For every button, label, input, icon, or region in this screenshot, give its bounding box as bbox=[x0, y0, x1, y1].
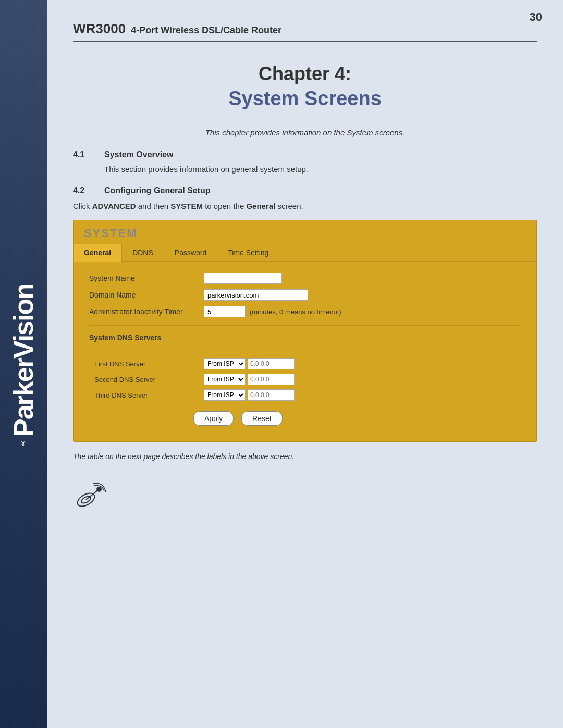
page-header: WR3000 4-Port Wireless DSL/Cable Router bbox=[73, 21, 537, 42]
page-number: 30 bbox=[530, 10, 542, 24]
first-dns-select[interactable]: From ISP User-Defined None bbox=[204, 358, 246, 369]
instruction-text: Click ADVANCED and then SYSTEM to open t… bbox=[73, 201, 537, 213]
section-4-2-number: 4.2 bbox=[73, 186, 94, 195]
tab-ddns[interactable]: DDNS bbox=[122, 244, 164, 261]
first-dns-label: First DNS Server bbox=[89, 360, 204, 368]
section-4-1-body: This section provides information on gen… bbox=[104, 164, 537, 176]
inactivity-timer-row: Administrator Inactivity Timer (minutes,… bbox=[89, 306, 521, 317]
second-dns-select[interactable]: From ISP User-Defined None bbox=[204, 374, 246, 385]
system-name-input[interactable] bbox=[204, 273, 282, 284]
form-area: System Name Domain Name Administrator In… bbox=[74, 262, 536, 441]
main-content: 30 WR3000 4-Port Wireless DSL/Cable Rout… bbox=[47, 0, 563, 728]
tab-time-setting[interactable]: Time Setting bbox=[217, 244, 279, 261]
domain-name-label: Domain Name bbox=[89, 291, 204, 299]
third-dns-input[interactable] bbox=[248, 389, 295, 401]
first-dns-row: First DNS Server From ISP User-Defined N… bbox=[89, 358, 521, 369]
domain-name-row: Domain Name bbox=[89, 289, 521, 301]
second-dns-label: Second DNS Server bbox=[89, 376, 204, 384]
third-dns-row: Third DNS Server From ISP User-Defined N… bbox=[89, 389, 521, 401]
brand-name: ®ParkerVision bbox=[8, 284, 39, 444]
svg-point-11 bbox=[96, 487, 102, 492]
section-4-1-title: System Overview bbox=[104, 150, 174, 159]
section-4-2-heading: 4.2 Configuring General Setup bbox=[73, 186, 537, 195]
section-4-2-title: Configuring General Setup bbox=[104, 186, 211, 195]
sidebar: ®ParkerVision bbox=[0, 0, 47, 728]
second-dns-row: Second DNS Server From ISP User-Defined … bbox=[89, 374, 521, 385]
second-dns-input[interactable] bbox=[248, 374, 295, 385]
form-buttons: Apply Reset bbox=[89, 411, 521, 426]
system-panel-title: SYSTEM bbox=[74, 220, 536, 244]
registered-icon: ® bbox=[22, 439, 26, 447]
chapter-heading: Chapter 4: System Screens bbox=[73, 63, 537, 110]
tabs-row: General DDNS Password Time Setting bbox=[74, 244, 536, 262]
model-description: 4-Port Wireless DSL/Cable Router bbox=[131, 25, 282, 36]
inactivity-timer-note: (minutes, 0 means no timeout) bbox=[250, 308, 341, 316]
form-divider-1 bbox=[89, 325, 521, 326]
third-dns-label: Third DNS Server bbox=[89, 391, 204, 399]
form-divider-2 bbox=[89, 350, 521, 350]
model-name: WR3000 bbox=[73, 21, 126, 37]
intro-text: This chapter provides information on the… bbox=[73, 128, 537, 137]
system-name-label: System Name bbox=[89, 274, 204, 282]
chapter-label: Chapter 4: bbox=[73, 63, 537, 85]
dns-section-label: System DNS Servers bbox=[89, 334, 521, 342]
section-4-1-number: 4.1 bbox=[73, 150, 94, 159]
inactivity-timer-label: Administrator Inactivity Timer bbox=[89, 307, 204, 316]
system-name-row: System Name bbox=[89, 273, 521, 284]
tab-general[interactable]: General bbox=[74, 244, 122, 262]
bottom-logo bbox=[73, 482, 537, 508]
inactivity-timer-input[interactable] bbox=[204, 306, 246, 317]
footer-text: The table on the next page describes the… bbox=[73, 452, 537, 461]
apply-button[interactable]: Apply bbox=[193, 411, 234, 426]
tab-password[interactable]: Password bbox=[164, 244, 217, 261]
section-4-1-heading: 4.1 System Overview bbox=[73, 150, 537, 159]
third-dns-select[interactable]: From ISP User-Defined None bbox=[204, 389, 246, 401]
domain-name-input[interactable] bbox=[204, 289, 308, 301]
parkervision-logo-icon bbox=[73, 482, 109, 508]
system-panel: SYSTEM General DDNS Password Time Settin… bbox=[73, 220, 537, 442]
first-dns-input[interactable] bbox=[248, 358, 295, 369]
reset-button[interactable]: Reset bbox=[241, 411, 283, 426]
chapter-title: System Screens bbox=[73, 88, 537, 110]
